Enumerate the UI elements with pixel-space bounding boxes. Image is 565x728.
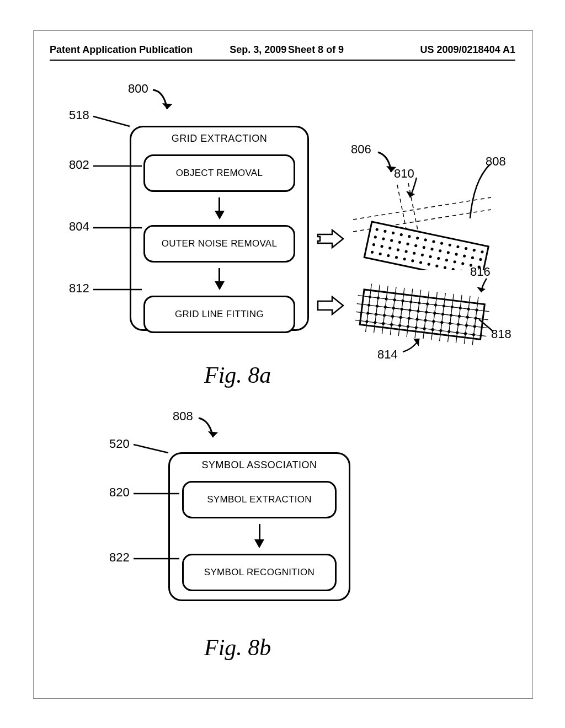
- leader-802: [92, 163, 145, 169]
- leader-818: [477, 317, 499, 334]
- symbol-extraction-step: SYMBOL EXTRACTION: [182, 481, 337, 518]
- leader-816-arrow: [476, 276, 498, 298]
- header-rule: [50, 60, 515, 61]
- ref-808b: 808: [173, 409, 193, 424]
- arrow-shaft: [259, 524, 260, 539]
- svg-line-146: [479, 319, 493, 331]
- ref-520: 520: [109, 437, 130, 451]
- svg-marker-5: [318, 230, 343, 248]
- symbol-recognition-step: SYMBOL RECOGNITION: [182, 554, 337, 591]
- arrow-shaft: [218, 268, 220, 281]
- ref-812: 812: [69, 281, 89, 296]
- svg-marker-0: [162, 103, 172, 109]
- arrow-shaft: [218, 197, 220, 211]
- outline-arrow-icon: [316, 229, 346, 249]
- leader-808: [462, 160, 495, 223]
- ref-814: 814: [377, 347, 398, 362]
- arrow-head-icon: [215, 211, 225, 220]
- leader-822: [132, 555, 182, 562]
- figure-8a-label: Fig. 8a: [204, 362, 271, 388]
- symbol-association-title: SYMBOL ASSOCIATION: [170, 454, 349, 475]
- arrow-head-icon: [215, 281, 225, 290]
- grid-extraction-panel: GRID EXTRACTION OBJECT REMOVAL OUTER NOI…: [130, 126, 309, 331]
- grid-line-fitting-step: GRID LINE FITTING: [143, 296, 295, 333]
- ref-820: 820: [109, 485, 130, 500]
- svg-line-1: [93, 116, 130, 126]
- ref-804: 804: [69, 220, 89, 234]
- ref-800: 800: [128, 82, 148, 96]
- ref-806: 806: [351, 142, 371, 157]
- leader-812: [92, 286, 145, 293]
- grid-extraction-title: GRID EXTRACTION: [131, 127, 307, 149]
- ref-822: 822: [109, 550, 130, 565]
- leader-518: [92, 113, 136, 130]
- arrow-head-icon: [254, 539, 264, 548]
- svg-marker-6: [318, 297, 343, 314]
- leader-520: [132, 442, 174, 456]
- ref-518: 518: [69, 108, 89, 122]
- svg-marker-69: [406, 191, 415, 197]
- figure-8b-label: Fig. 8b: [204, 634, 271, 661]
- object-removal-step: OBJECT REMOVAL: [143, 154, 295, 192]
- leader-810-arrow: [403, 173, 436, 204]
- svg-line-149: [134, 445, 168, 453]
- ref-802: 802: [69, 158, 89, 172]
- outline-arrow-icon: [316, 296, 346, 315]
- header-date: Sep. 3, 2009: [230, 44, 286, 56]
- svg-marker-148: [208, 431, 218, 437]
- symbol-association-panel: SYMBOL ASSOCIATION SYMBOL EXTRACTION SYM…: [168, 452, 350, 601]
- outer-noise-removal-step: OUTER NOISE REMOVAL: [143, 225, 295, 263]
- svg-marker-145: [477, 287, 486, 292]
- header-sheet: Sheet 8 of 9: [288, 44, 344, 56]
- leader-808b-arrow: [196, 414, 223, 444]
- leader-820: [132, 490, 182, 497]
- leader-804: [92, 224, 145, 231]
- leader-814-arrow: [400, 332, 428, 354]
- header-publication: Patent Application Publication: [50, 44, 193, 56]
- header-docnum: US 2009/0218404 A1: [420, 44, 515, 56]
- leader-800-arrow: [150, 85, 178, 116]
